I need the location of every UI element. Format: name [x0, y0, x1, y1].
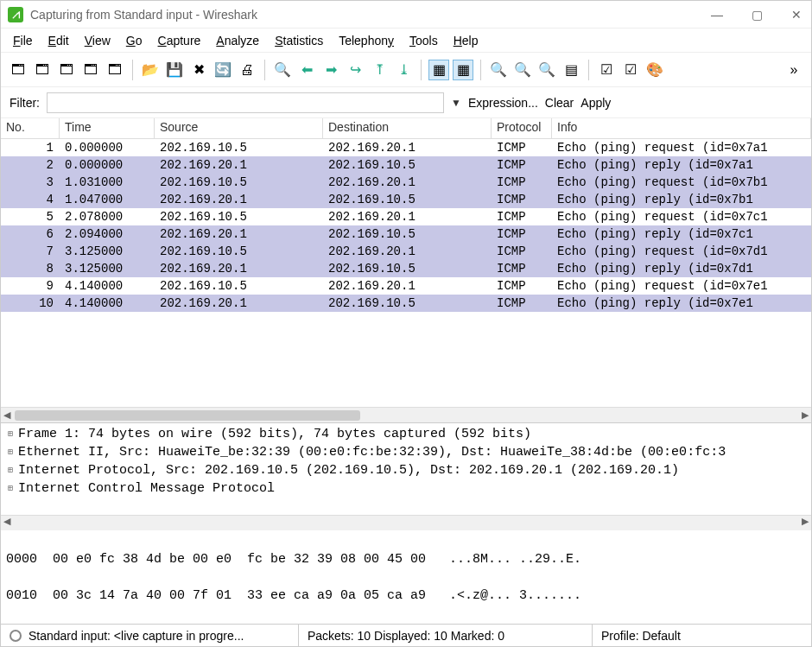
- cell: 1.031000: [60, 174, 155, 191]
- packet-row[interactable]: 41.047000202.169.20.1202.169.10.5ICMPEch…: [1, 191, 811, 208]
- reload-icon[interactable]: 🔄: [213, 60, 233, 80]
- scroll-right-icon[interactable]: ▶: [802, 516, 809, 527]
- go-to-icon[interactable]: ↪: [345, 60, 365, 80]
- menu-file[interactable]: File: [13, 34, 33, 48]
- column-no[interactable]: No.: [1, 118, 60, 138]
- zoom-out-icon[interactable]: 🔍: [512, 60, 533, 80]
- column-destination[interactable]: Destination: [323, 118, 492, 138]
- auto-scroll-icon[interactable]: ▦: [453, 60, 473, 80]
- go-back-icon[interactable]: ⬅: [296, 60, 317, 80]
- restart-capture-icon[interactable]: 🗔: [105, 60, 125, 80]
- cell: 0.000000: [60, 139, 155, 156]
- cell: 2.078000: [60, 208, 155, 225]
- filter-input[interactable]: [47, 92, 444, 113]
- column-time[interactable]: Time: [60, 118, 155, 138]
- packet-row[interactable]: 52.078000202.169.10.5202.169.20.1ICMPEch…: [1, 208, 811, 225]
- toolbar-overflow-icon[interactable]: »: [783, 60, 804, 80]
- cell: 1.047000: [60, 191, 155, 208]
- menu-help[interactable]: Help: [454, 34, 479, 48]
- close-button[interactable]: ✕: [789, 8, 804, 22]
- column-source[interactable]: Source: [155, 118, 323, 138]
- expander-icon[interactable]: ⊞: [4, 479, 16, 498]
- expander-icon[interactable]: ⊞: [4, 443, 16, 461]
- details-scrollbar[interactable]: ◀ ▶: [1, 515, 811, 530]
- open-icon[interactable]: 📂: [140, 60, 161, 80]
- cell: 202.169.10.5: [323, 260, 492, 277]
- zoom-100-icon[interactable]: 🔍: [536, 60, 557, 80]
- window-title: Capturing from Standard input - Wireshar…: [30, 8, 709, 22]
- scroll-left-icon[interactable]: ◀: [3, 516, 10, 527]
- go-last-icon[interactable]: ⤓: [393, 60, 414, 80]
- options-icon[interactable]: 🗔: [32, 60, 53, 80]
- zoom-in-icon[interactable]: 🔍: [488, 60, 509, 80]
- scroll-left-icon[interactable]: ◀: [3, 409, 10, 421]
- resize-columns-icon[interactable]: ▤: [561, 60, 581, 80]
- details-ip[interactable]: ⊞Internet Protocol, Src: 202.169.10.5 (2…: [4, 461, 808, 479]
- menu-capture[interactable]: Capture: [158, 34, 201, 48]
- details-icmp[interactable]: ⊞Internet Control Message Protocol: [4, 479, 808, 498]
- minimize-button[interactable]: —: [709, 8, 725, 22]
- print-icon[interactable]: 🖨: [237, 60, 257, 80]
- interfaces-icon[interactable]: 🗔: [8, 60, 29, 80]
- cell: 10: [1, 295, 60, 312]
- packet-list-scrollbar[interactable]: ◀ ▶: [1, 407, 811, 422]
- expression-button[interactable]: Expression...: [468, 96, 538, 110]
- close-file-icon[interactable]: ✖: [188, 60, 209, 80]
- cell: 202.169.10.5: [155, 243, 323, 260]
- maximize-button[interactable]: ▢: [749, 8, 764, 22]
- scroll-thumb[interactable]: [15, 410, 360, 421]
- details-frame[interactable]: ⊞Frame 1: 74 bytes on wire (592 bits), 7…: [4, 425, 808, 443]
- packet-row[interactable]: 10.000000202.169.10.5202.169.20.1ICMPEch…: [1, 139, 811, 156]
- go-forward-icon[interactable]: ➡: [320, 60, 341, 80]
- cell: ICMP: [492, 225, 552, 243]
- cell: ICMP: [492, 156, 552, 174]
- menu-tools[interactable]: Tools: [409, 34, 438, 48]
- menu-go[interactable]: Go: [126, 34, 143, 48]
- column-info[interactable]: Info: [552, 118, 811, 138]
- cell: Echo (ping) reply (id=0x7b1: [552, 191, 811, 208]
- packet-row[interactable]: 62.094000202.169.20.1202.169.10.5ICMPEch…: [1, 225, 811, 243]
- colorize-icon[interactable]: ▦: [428, 60, 449, 80]
- status-profile[interactable]: Profile: Default: [593, 625, 811, 646]
- stop-capture-icon[interactable]: 🗔: [80, 60, 101, 80]
- status-left: Standard input: <live capture in progre.…: [1, 625, 299, 646]
- packet-row[interactable]: 20.000000202.169.20.1202.169.10.5ICMPEch…: [1, 156, 811, 174]
- menu-view[interactable]: View: [85, 34, 111, 48]
- scroll-right-icon[interactable]: ▶: [802, 409, 809, 421]
- clear-button[interactable]: Clear: [545, 96, 574, 110]
- packet-bytes-pane[interactable]: 0000 00 e0 fc 38 4d be 00 e0 fc be 32 39…: [1, 530, 811, 624]
- menu-edit[interactable]: Edit: [48, 34, 69, 48]
- packet-row[interactable]: 104.140000202.169.20.1202.169.10.5ICMPEc…: [1, 295, 811, 312]
- start-capture-icon[interactable]: 🗔: [56, 60, 77, 80]
- menu-analyze[interactable]: Analyze: [216, 34, 259, 48]
- coloring-rules-icon[interactable]: 🎨: [644, 60, 665, 80]
- cell: ICMP: [492, 139, 552, 156]
- expert-info-icon[interactable]: [10, 630, 22, 642]
- menu-statistics[interactable]: Statistics: [275, 34, 323, 48]
- expander-icon[interactable]: ⊞: [4, 425, 16, 443]
- capture-filters-icon[interactable]: ☑: [596, 60, 617, 80]
- hex-line: 0000 00 e0 fc 38 4d be 00 e0 fc be 32 39…: [6, 550, 806, 568]
- cell: 202.169.10.5: [155, 174, 323, 191]
- cell: 202.169.20.1: [323, 174, 492, 191]
- packet-row[interactable]: 31.031000202.169.10.5202.169.20.1ICMPEch…: [1, 174, 811, 191]
- packet-row[interactable]: 73.125000202.169.10.5202.169.20.1ICMPEch…: [1, 243, 811, 260]
- cell: Echo (ping) request (id=0x7b1: [552, 174, 811, 191]
- apply-button[interactable]: Apply: [580, 96, 611, 110]
- cell: ICMP: [492, 208, 552, 225]
- cell: 0.000000: [60, 156, 155, 174]
- packet-row[interactable]: 83.125000202.169.20.1202.169.10.5ICMPEch…: [1, 260, 811, 277]
- column-protocol[interactable]: Protocol: [492, 118, 552, 138]
- packet-row[interactable]: 94.140000202.169.10.5202.169.20.1ICMPEch…: [1, 277, 811, 295]
- expander-icon[interactable]: ⊞: [4, 461, 16, 479]
- go-first-icon[interactable]: ⤒: [369, 60, 390, 80]
- save-icon[interactable]: 💾: [164, 60, 185, 80]
- details-ethernet[interactable]: ⊞Ethernet II, Src: HuaweiTe_be:32:39 (00…: [4, 443, 808, 461]
- cell: ICMP: [492, 295, 552, 312]
- menu-telephony[interactable]: Telephony: [339, 34, 394, 48]
- cell: 202.169.20.1: [323, 208, 492, 225]
- display-filters-icon[interactable]: ☑: [620, 60, 641, 80]
- filter-dropdown-icon[interactable]: ▼: [451, 97, 461, 109]
- find-icon[interactable]: 🔍: [272, 60, 293, 80]
- cell: Echo (ping) request (id=0x7e1: [552, 277, 811, 295]
